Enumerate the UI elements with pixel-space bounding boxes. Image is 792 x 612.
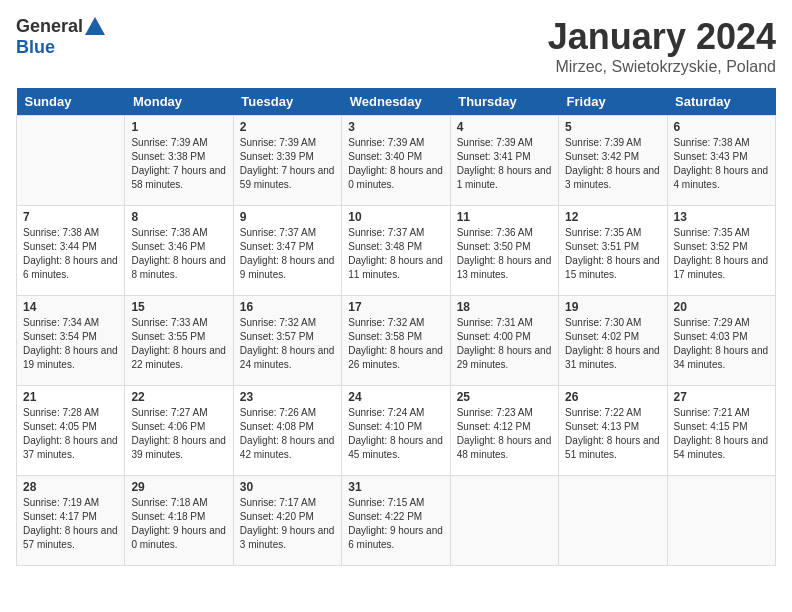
day-info: Sunrise: 7:35 AMSunset: 3:51 PMDaylight:… [565, 226, 660, 282]
logo: General Blue [16, 16, 105, 58]
calendar-cell: 30Sunrise: 7:17 AMSunset: 4:20 PMDayligh… [233, 476, 341, 566]
calendar-cell: 29Sunrise: 7:18 AMSunset: 4:18 PMDayligh… [125, 476, 233, 566]
day-info: Sunrise: 7:28 AMSunset: 4:05 PMDaylight:… [23, 406, 118, 462]
day-info: Sunrise: 7:15 AMSunset: 4:22 PMDaylight:… [348, 496, 443, 552]
day-number: 8 [131, 210, 226, 224]
day-number: 26 [565, 390, 660, 404]
calendar-cell: 9Sunrise: 7:37 AMSunset: 3:47 PMDaylight… [233, 206, 341, 296]
logo-general-text: General [16, 16, 83, 37]
day-info: Sunrise: 7:33 AMSunset: 3:55 PMDaylight:… [131, 316, 226, 372]
day-info: Sunrise: 7:39 AMSunset: 3:42 PMDaylight:… [565, 136, 660, 192]
calendar-week-row: 7Sunrise: 7:38 AMSunset: 3:44 PMDaylight… [17, 206, 776, 296]
day-header-friday: Friday [559, 88, 667, 116]
day-number: 13 [674, 210, 769, 224]
month-title: January 2024 [548, 16, 776, 58]
day-info: Sunrise: 7:19 AMSunset: 4:17 PMDaylight:… [23, 496, 118, 552]
logo-blue-text: Blue [16, 37, 55, 58]
calendar-cell: 25Sunrise: 7:23 AMSunset: 4:12 PMDayligh… [450, 386, 558, 476]
calendar-cell: 17Sunrise: 7:32 AMSunset: 3:58 PMDayligh… [342, 296, 450, 386]
day-number: 5 [565, 120, 660, 134]
calendar-week-row: 1Sunrise: 7:39 AMSunset: 3:38 PMDaylight… [17, 116, 776, 206]
day-number: 9 [240, 210, 335, 224]
day-info: Sunrise: 7:39 AMSunset: 3:40 PMDaylight:… [348, 136, 443, 192]
day-header-saturday: Saturday [667, 88, 775, 116]
day-number: 15 [131, 300, 226, 314]
calendar-cell: 15Sunrise: 7:33 AMSunset: 3:55 PMDayligh… [125, 296, 233, 386]
calendar-cell: 19Sunrise: 7:30 AMSunset: 4:02 PMDayligh… [559, 296, 667, 386]
calendar-header: SundayMondayTuesdayWednesdayThursdayFrid… [17, 88, 776, 116]
calendar-cell: 16Sunrise: 7:32 AMSunset: 3:57 PMDayligh… [233, 296, 341, 386]
calendar-cell: 10Sunrise: 7:37 AMSunset: 3:48 PMDayligh… [342, 206, 450, 296]
day-number: 12 [565, 210, 660, 224]
day-number: 18 [457, 300, 552, 314]
calendar-cell: 6Sunrise: 7:38 AMSunset: 3:43 PMDaylight… [667, 116, 775, 206]
day-info: Sunrise: 7:35 AMSunset: 3:52 PMDaylight:… [674, 226, 769, 282]
day-number: 17 [348, 300, 443, 314]
day-number: 23 [240, 390, 335, 404]
day-number: 30 [240, 480, 335, 494]
day-info: Sunrise: 7:18 AMSunset: 4:18 PMDaylight:… [131, 496, 226, 552]
day-info: Sunrise: 7:17 AMSunset: 4:20 PMDaylight:… [240, 496, 335, 552]
day-number: 29 [131, 480, 226, 494]
day-number: 28 [23, 480, 118, 494]
calendar-cell: 4Sunrise: 7:39 AMSunset: 3:41 PMDaylight… [450, 116, 558, 206]
calendar-cell: 1Sunrise: 7:39 AMSunset: 3:38 PMDaylight… [125, 116, 233, 206]
day-info: Sunrise: 7:38 AMSunset: 3:46 PMDaylight:… [131, 226, 226, 282]
day-info: Sunrise: 7:32 AMSunset: 3:58 PMDaylight:… [348, 316, 443, 372]
day-info: Sunrise: 7:39 AMSunset: 3:39 PMDaylight:… [240, 136, 335, 192]
calendar-cell: 27Sunrise: 7:21 AMSunset: 4:15 PMDayligh… [667, 386, 775, 476]
calendar-cell: 24Sunrise: 7:24 AMSunset: 4:10 PMDayligh… [342, 386, 450, 476]
day-info: Sunrise: 7:23 AMSunset: 4:12 PMDaylight:… [457, 406, 552, 462]
day-info: Sunrise: 7:36 AMSunset: 3:50 PMDaylight:… [457, 226, 552, 282]
day-info: Sunrise: 7:39 AMSunset: 3:41 PMDaylight:… [457, 136, 552, 192]
day-number: 2 [240, 120, 335, 134]
calendar-cell: 18Sunrise: 7:31 AMSunset: 4:00 PMDayligh… [450, 296, 558, 386]
calendar-week-row: 21Sunrise: 7:28 AMSunset: 4:05 PMDayligh… [17, 386, 776, 476]
calendar-cell: 2Sunrise: 7:39 AMSunset: 3:39 PMDaylight… [233, 116, 341, 206]
day-info: Sunrise: 7:26 AMSunset: 4:08 PMDaylight:… [240, 406, 335, 462]
calendar-cell: 14Sunrise: 7:34 AMSunset: 3:54 PMDayligh… [17, 296, 125, 386]
day-info: Sunrise: 7:38 AMSunset: 3:43 PMDaylight:… [674, 136, 769, 192]
day-number: 24 [348, 390, 443, 404]
day-info: Sunrise: 7:22 AMSunset: 4:13 PMDaylight:… [565, 406, 660, 462]
calendar-cell: 31Sunrise: 7:15 AMSunset: 4:22 PMDayligh… [342, 476, 450, 566]
calendar-table: SundayMondayTuesdayWednesdayThursdayFrid… [16, 88, 776, 566]
day-number: 4 [457, 120, 552, 134]
calendar-cell: 13Sunrise: 7:35 AMSunset: 3:52 PMDayligh… [667, 206, 775, 296]
calendar-cell: 28Sunrise: 7:19 AMSunset: 4:17 PMDayligh… [17, 476, 125, 566]
day-header-row: SundayMondayTuesdayWednesdayThursdayFrid… [17, 88, 776, 116]
day-info: Sunrise: 7:37 AMSunset: 3:48 PMDaylight:… [348, 226, 443, 282]
day-number: 16 [240, 300, 335, 314]
day-info: Sunrise: 7:37 AMSunset: 3:47 PMDaylight:… [240, 226, 335, 282]
day-info: Sunrise: 7:24 AMSunset: 4:10 PMDaylight:… [348, 406, 443, 462]
day-number: 25 [457, 390, 552, 404]
calendar-cell: 11Sunrise: 7:36 AMSunset: 3:50 PMDayligh… [450, 206, 558, 296]
day-info: Sunrise: 7:30 AMSunset: 4:02 PMDaylight:… [565, 316, 660, 372]
calendar-cell: 22Sunrise: 7:27 AMSunset: 4:06 PMDayligh… [125, 386, 233, 476]
calendar-cell: 3Sunrise: 7:39 AMSunset: 3:40 PMDaylight… [342, 116, 450, 206]
calendar-cell [667, 476, 775, 566]
day-info: Sunrise: 7:34 AMSunset: 3:54 PMDaylight:… [23, 316, 118, 372]
day-number: 10 [348, 210, 443, 224]
calendar-body: 1Sunrise: 7:39 AMSunset: 3:38 PMDaylight… [17, 116, 776, 566]
calendar-cell: 21Sunrise: 7:28 AMSunset: 4:05 PMDayligh… [17, 386, 125, 476]
day-number: 3 [348, 120, 443, 134]
page-header: General Blue January 2024 Mirzec, Swieto… [16, 16, 776, 76]
calendar-cell: 20Sunrise: 7:29 AMSunset: 4:03 PMDayligh… [667, 296, 775, 386]
day-info: Sunrise: 7:31 AMSunset: 4:00 PMDaylight:… [457, 316, 552, 372]
day-header-monday: Monday [125, 88, 233, 116]
calendar-cell: 5Sunrise: 7:39 AMSunset: 3:42 PMDaylight… [559, 116, 667, 206]
day-number: 1 [131, 120, 226, 134]
day-number: 27 [674, 390, 769, 404]
day-number: 14 [23, 300, 118, 314]
logo-triangle-icon [85, 17, 105, 35]
title-section: January 2024 Mirzec, Swietokrzyskie, Pol… [548, 16, 776, 76]
day-info: Sunrise: 7:32 AMSunset: 3:57 PMDaylight:… [240, 316, 335, 372]
day-number: 7 [23, 210, 118, 224]
calendar-cell: 7Sunrise: 7:38 AMSunset: 3:44 PMDaylight… [17, 206, 125, 296]
day-header-wednesday: Wednesday [342, 88, 450, 116]
calendar-cell [17, 116, 125, 206]
day-number: 31 [348, 480, 443, 494]
day-header-tuesday: Tuesday [233, 88, 341, 116]
day-header-thursday: Thursday [450, 88, 558, 116]
